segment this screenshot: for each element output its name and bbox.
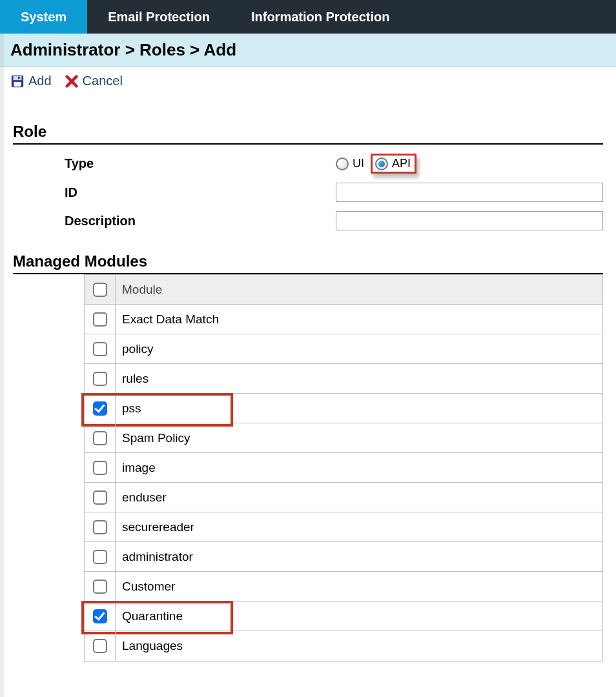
radio-icon — [336, 157, 349, 170]
module-checkbox[interactable] — [93, 312, 107, 327]
module-checkbox[interactable] — [93, 639, 107, 653]
module-label: rules — [116, 372, 602, 386]
module-checkbox[interactable] — [93, 490, 107, 505]
breadcrumb: Administrator > Roles > Add — [0, 34, 616, 67]
managed-modules-title: Managed Modules — [13, 252, 603, 274]
role-type-ui-radio[interactable]: UI — [336, 157, 364, 170]
module-row: administrator — [85, 542, 602, 572]
role-id-input[interactable] — [336, 183, 603, 202]
module-row: Spam Policy — [85, 423, 602, 453]
module-row: image — [85, 453, 602, 483]
module-label: image — [116, 461, 602, 475]
module-row: Quarantine — [85, 601, 602, 631]
module-checkbox[interactable] — [93, 461, 107, 475]
module-row: policy — [85, 334, 602, 364]
role-description-label: Description — [65, 214, 336, 228]
role-description-input[interactable] — [336, 211, 603, 230]
module-row: Customer — [85, 572, 602, 601]
managed-modules-section: Managed Modules Module Exact Data Matchp… — [13, 252, 603, 662]
module-checkbox[interactable] — [93, 342, 107, 356]
cancel-button[interactable]: Cancel — [65, 74, 123, 88]
svg-rect-1 — [14, 76, 22, 79]
module-label: securereader — [116, 520, 602, 534]
save-disk-icon — [10, 74, 25, 88]
left-scroll-hint — [0, 34, 4, 687]
module-checkbox[interactable] — [93, 550, 107, 564]
role-id-row: ID — [13, 183, 603, 202]
module-label: Exact Data Match — [116, 312, 602, 327]
select-all-checkbox[interactable] — [93, 283, 107, 297]
role-section-title: Role — [13, 123, 603, 145]
module-label: policy — [116, 342, 602, 356]
module-row: pss — [85, 394, 602, 423]
module-label: Spam Policy — [116, 431, 602, 445]
radio-icon — [375, 157, 388, 170]
module-label: Languages — [116, 639, 602, 653]
module-checkbox[interactable] — [93, 609, 107, 623]
module-checkbox[interactable] — [93, 372, 107, 386]
module-row: rules — [85, 364, 602, 394]
add-button-label: Add — [28, 74, 52, 88]
role-id-label: ID — [65, 185, 336, 200]
module-row: Exact Data Match — [85, 305, 602, 334]
modules-table-header: Module — [85, 275, 602, 305]
module-label: Customer — [116, 580, 602, 594]
module-checkbox[interactable] — [93, 431, 107, 445]
module-row: securereader — [85, 512, 602, 542]
role-type-label: Type — [65, 156, 336, 171]
top-nav: SystemEmail ProtectionInformation Protec… — [0, 0, 616, 34]
svg-rect-3 — [18, 76, 20, 79]
toolbar: Add Cancel — [0, 67, 616, 101]
modules-table: Module Exact Data MatchpolicyrulespssSpa… — [84, 274, 603, 662]
role-type-row: Type UI API — [13, 154, 603, 174]
module-label: Quarantine — [116, 609, 602, 623]
role-type-ui-label: UI — [353, 157, 364, 170]
add-button[interactable]: Add — [10, 74, 52, 88]
cancel-button-label: Cancel — [83, 74, 123, 88]
cancel-x-icon — [65, 74, 79, 88]
role-type-api-radio[interactable]: API — [375, 157, 411, 170]
module-row: Languages — [85, 631, 602, 661]
content-area: Role Type UI API ID Description — [0, 123, 616, 687]
module-checkbox[interactable] — [93, 580, 107, 594]
svg-rect-2 — [14, 81, 21, 86]
api-highlight-box: API — [371, 154, 416, 174]
module-row: enduser — [85, 483, 602, 512]
nav-tab-email-protection[interactable]: Email Protection — [87, 0, 231, 34]
module-checkbox[interactable] — [93, 520, 107, 534]
module-label: administrator — [116, 550, 602, 564]
module-label: enduser — [116, 490, 602, 505]
module-checkbox[interactable] — [93, 401, 107, 416]
role-type-api-label: API — [392, 157, 411, 170]
nav-tab-information-protection[interactable]: Information Protection — [231, 0, 410, 34]
modules-header-label: Module — [116, 283, 602, 297]
module-label: pss — [116, 401, 602, 416]
nav-tab-system[interactable]: System — [0, 0, 87, 34]
role-description-row: Description — [13, 211, 603, 230]
